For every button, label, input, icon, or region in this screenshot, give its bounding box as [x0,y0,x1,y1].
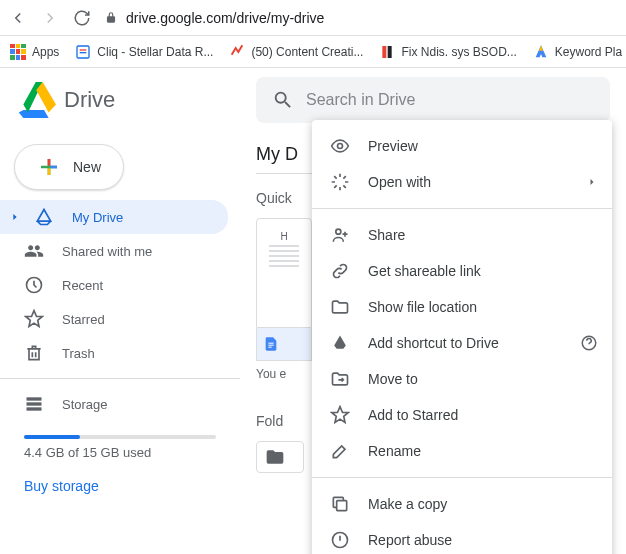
menu-getlink[interactable]: Get shareable link [312,253,612,289]
bookmark-item[interactable]: Keyword Pla [533,44,622,60]
folder-card[interactable] [256,441,304,473]
sidebar-item-storage[interactable]: Storage [0,387,228,421]
storage-icon [24,394,44,414]
svg-point-12 [338,144,343,149]
back-button[interactable] [8,8,28,28]
file-thumbnail: H [256,218,312,328]
people-icon [24,241,44,261]
sidebar-label: Trash [62,346,95,361]
sidebar: New My Drive Shared with me Recent Starr… [0,132,240,554]
folder-move-icon [330,369,350,389]
sidebar-label: My Drive [72,210,123,225]
alert-icon [330,530,350,550]
menu-addshortcut[interactable]: Add shortcut to Drive [312,325,612,361]
bookmark-label: Apps [32,45,59,59]
reload-button[interactable] [72,8,92,28]
sidebar-item-starred[interactable]: Starred [0,302,228,336]
svg-rect-15 [337,501,347,511]
sidebar-label: Shared with me [62,244,152,259]
menu-share[interactable]: Share [312,217,612,253]
menu-label: Get shareable link [368,263,481,279]
bookmark-favicon [75,44,91,60]
apps-icon [10,44,26,60]
app-title: Drive [64,87,115,113]
menu-label: Report abuse [368,532,452,548]
file-footer [256,328,312,361]
person-add-icon [330,225,350,245]
docs-icon [263,336,279,352]
svg-rect-6 [27,397,42,400]
menu-label: Show file location [368,299,477,315]
bookmark-label: (50) Content Creati... [251,45,363,59]
search-placeholder: Search in Drive [306,91,415,109]
forward-button[interactable] [40,8,60,28]
menu-rename[interactable]: Rename [312,433,612,469]
divider [0,378,240,379]
lock-icon [104,11,118,25]
menu-label: Make a copy [368,496,447,512]
new-button[interactable]: New [14,144,124,190]
menu-label: Rename [368,443,421,459]
bookmark-item[interactable]: Fix Ndis. sys BSOD... [379,44,516,60]
trash-icon [24,343,44,363]
address-bar[interactable]: drive.google.com/drive/my-drive [104,10,324,26]
storage-section: 4.4 GB of 15 GB used Buy storage [0,421,240,500]
pencil-icon [330,441,350,461]
file-card[interactable]: H [256,218,312,361]
menu-reportabuse[interactable]: Report abuse [312,522,612,554]
buy-storage-link[interactable]: Buy storage [24,478,216,494]
menu-divider [312,208,612,209]
menu-makecopy[interactable]: Make a copy [312,486,612,522]
chevron-right-icon [586,176,598,188]
storage-meter [24,435,216,439]
sidebar-item-mydrive[interactable]: My Drive [0,200,228,234]
link-icon [330,261,350,281]
svg-rect-10 [268,345,273,346]
menu-openwith[interactable]: Open with [312,164,612,200]
menu-divider [312,477,612,478]
search-bar[interactable]: Search in Drive [256,77,610,123]
menu-moveto[interactable]: Move to [312,361,612,397]
new-label: New [73,159,101,175]
mydrive-icon [34,207,54,227]
svg-rect-1 [80,49,87,50]
menu-showlocation[interactable]: Show file location [312,289,612,325]
bookmark-item[interactable]: (50) Content Creati... [229,44,363,60]
bookmark-label: Keyword Pla [555,45,622,59]
star-icon [330,405,350,425]
svg-rect-4 [388,46,392,58]
sidebar-label: Starred [62,312,105,327]
menu-label: Add shortcut to Drive [368,335,499,351]
svg-point-13 [336,229,341,234]
menu-label: Move to [368,371,418,387]
sidebar-label: Recent [62,278,103,293]
menu-label: Add to Starred [368,407,458,423]
menu-label: Share [368,227,405,243]
bookmark-label: Cliq - Stellar Data R... [97,45,213,59]
logo-area[interactable]: Drive [16,80,256,120]
star-icon [24,309,44,329]
sidebar-item-shared[interactable]: Shared with me [0,234,228,268]
help-icon[interactable] [580,334,598,352]
sidebar-list: My Drive Shared with me Recent Starred T… [0,200,240,370]
sidebar-item-trash[interactable]: Trash [0,336,228,370]
bookmark-favicon [533,44,549,60]
svg-rect-9 [268,343,273,344]
menu-addstarred[interactable]: Add to Starred [312,397,612,433]
svg-rect-11 [268,347,271,348]
sidebar-item-recent[interactable]: Recent [0,268,228,302]
bookmark-favicon [229,44,245,60]
menu-preview[interactable]: Preview [312,128,612,164]
bookmark-apps[interactable]: Apps [10,44,59,60]
folder-icon [330,297,350,317]
openwith-icon [330,172,350,192]
drive-logo-icon [16,80,56,120]
svg-rect-7 [27,402,42,405]
storage-fill [24,435,80,439]
bookmark-item[interactable]: Cliq - Stellar Data R... [75,44,213,60]
svg-rect-3 [383,46,387,58]
menu-label: Preview [368,138,418,154]
svg-rect-8 [27,407,42,410]
context-menu: Preview Open with Share Get shareable li… [312,120,612,554]
bookmark-favicon [379,44,395,60]
